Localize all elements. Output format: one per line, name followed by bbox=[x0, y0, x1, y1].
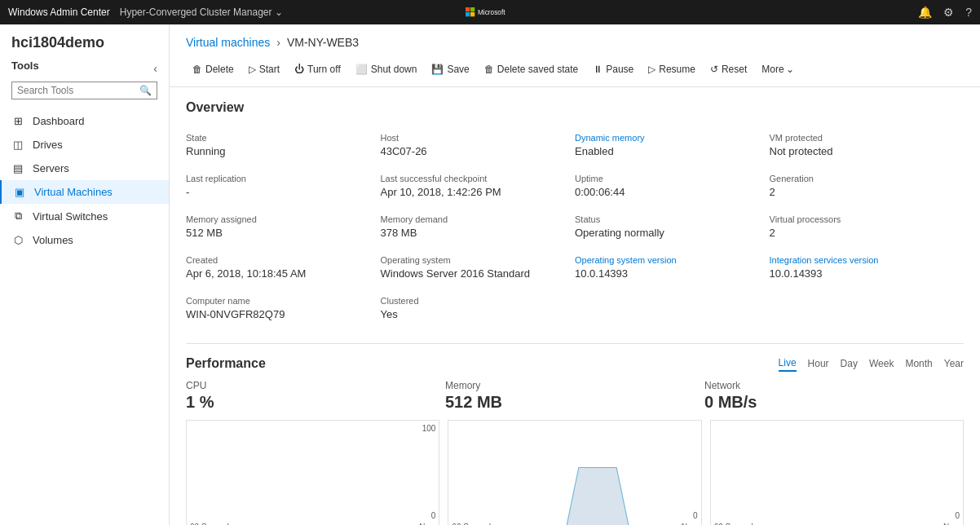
tab-hour[interactable]: Hour bbox=[808, 356, 829, 371]
field-label: VM protected bbox=[770, 133, 965, 143]
field-vm-protected: VM protected Not protected bbox=[770, 126, 965, 167]
field-label: Status bbox=[575, 214, 770, 224]
field-value: Windows Server 2016 Standard bbox=[381, 267, 576, 280]
sidebar-item-servers[interactable]: ▤ Servers bbox=[0, 157, 169, 180]
topbar-left: Windows Admin Center Hyper-Converged Clu… bbox=[8, 7, 283, 18]
field-dynamic-memory: Dynamic memory Enabled bbox=[575, 126, 770, 167]
field-value: 43C07-26 bbox=[381, 145, 576, 157]
delete-saved-state-button[interactable]: 🗑 Delete saved state bbox=[478, 60, 585, 78]
field-state: State Running bbox=[186, 126, 381, 167]
reset-button[interactable]: ↺ Reset bbox=[704, 60, 753, 78]
network-chart: 0 60 Seconds ago Now bbox=[710, 420, 964, 525]
delete-button[interactable]: 🗑 Delete bbox=[186, 60, 241, 78]
field-label: Created bbox=[186, 255, 381, 265]
tab-year[interactable]: Year bbox=[944, 356, 964, 371]
cpu-y-max: 100 bbox=[422, 424, 436, 433]
charts-row: 100 0 60 Seconds ago Now 0 bbox=[186, 420, 964, 525]
sidebar-item-drives[interactable]: ◫ Drives bbox=[0, 133, 169, 157]
field-value: Enabled bbox=[575, 145, 770, 157]
sidebar-item-virtual-switches[interactable]: ⧉ Virtual Switches bbox=[0, 204, 169, 228]
settings-icon[interactable]: ⚙ bbox=[943, 6, 954, 19]
breadcrumb-parent[interactable]: Virtual machines bbox=[186, 36, 270, 49]
sidebar-collapse-icon[interactable]: ‹ bbox=[153, 62, 157, 75]
perf-title: Performance bbox=[186, 356, 266, 371]
field-memory-assigned: Memory assigned 512 MB bbox=[186, 208, 381, 249]
svg-rect-1 bbox=[470, 7, 475, 11]
field-label: Integration services version bbox=[770, 255, 965, 265]
app-title: Windows Admin Center bbox=[8, 7, 110, 18]
notifications-icon[interactable]: 🔔 bbox=[918, 6, 932, 19]
field-value: 10.0.14393 bbox=[770, 267, 965, 280]
tab-week[interactable]: Week bbox=[869, 356, 894, 371]
field-label: Dynamic memory bbox=[575, 133, 770, 143]
turn-off-button[interactable]: ⏻ Turn off bbox=[288, 60, 347, 78]
delete-saved-label: Delete saved state bbox=[497, 64, 578, 75]
more-label: More bbox=[761, 64, 784, 75]
sidebar-item-dashboard[interactable]: ⊞ Dashboard bbox=[0, 109, 169, 133]
start-icon: ▷ bbox=[249, 64, 256, 75]
memory-chart-area: 0 60 Seconds ago Now bbox=[448, 421, 700, 525]
breadcrumb: Virtual machines › VM-NY-WEB3 bbox=[186, 36, 964, 49]
breadcrumb-current: VM-NY-WEB3 bbox=[287, 36, 359, 49]
resume-label: Resume bbox=[659, 64, 695, 75]
field-value: Apr 6, 2018, 10:18:45 AM bbox=[186, 267, 381, 280]
field-label: Memory demand bbox=[381, 214, 576, 224]
field-value: 378 MB bbox=[381, 227, 576, 239]
field-virtual-processors: Virtual processors 2 bbox=[770, 208, 965, 249]
field-clustered: Clustered Yes bbox=[381, 289, 576, 330]
sidebar-item-label: Virtual Switches bbox=[33, 210, 108, 223]
delete-icon: 🗑 bbox=[192, 64, 202, 75]
sidebar-item-virtual-machines[interactable]: ▣ Virtual Machines bbox=[0, 180, 169, 204]
sidebar-item-label: Servers bbox=[33, 162, 69, 174]
sidebar-item-label: Drives bbox=[33, 139, 63, 151]
svg-marker-7 bbox=[448, 468, 700, 526]
turn-off-icon: ⏻ bbox=[294, 64, 304, 75]
cluster-name: hci1804demo bbox=[11, 34, 157, 51]
nav-label: Hyper-Converged Cluster Manager bbox=[120, 7, 272, 18]
content-area: Virtual machines › VM-NY-WEB3 🗑 Delete ▷… bbox=[170, 24, 980, 525]
cpu-chart-area: 100 0 60 Seconds ago Now bbox=[187, 421, 439, 525]
microsoft-logo: Microsoft bbox=[466, 7, 514, 18]
cpu-y-min: 0 bbox=[431, 511, 436, 520]
volumes-icon: ⬡ bbox=[11, 234, 24, 246]
servers-icon: ▤ bbox=[11, 162, 24, 174]
tab-day[interactable]: Day bbox=[841, 356, 858, 371]
pause-button[interactable]: ⏸ Pause bbox=[586, 60, 640, 78]
field-label: Memory assigned bbox=[186, 214, 381, 224]
save-label: Save bbox=[447, 64, 469, 75]
memory-metric: Memory 512 MB bbox=[445, 380, 704, 412]
memory-label: Memory bbox=[445, 380, 704, 391]
save-button[interactable]: 💾 Save bbox=[425, 60, 475, 78]
help-icon[interactable]: ? bbox=[965, 6, 972, 19]
resume-button[interactable]: ▷ Resume bbox=[642, 60, 702, 78]
virtual-machines-icon: ▣ bbox=[13, 186, 26, 198]
cpu-chart: 100 0 60 Seconds ago Now bbox=[186, 420, 439, 525]
shut-down-button[interactable]: ⬜ Shut down bbox=[349, 60, 424, 78]
field-value: - bbox=[186, 186, 381, 198]
search-input[interactable] bbox=[17, 85, 139, 96]
memory-chart-svg bbox=[448, 421, 700, 525]
field-value: Apr 10, 2018, 1:42:26 PM bbox=[381, 186, 576, 198]
field-empty-2 bbox=[770, 289, 965, 330]
chevron-down-icon: ⌄ bbox=[275, 7, 283, 18]
reset-icon: ↺ bbox=[710, 64, 718, 75]
drives-icon: ◫ bbox=[11, 139, 24, 151]
save-icon: 💾 bbox=[431, 64, 444, 75]
cpu-value: 1 % bbox=[186, 393, 445, 412]
start-button[interactable]: ▷ Start bbox=[242, 60, 286, 78]
breadcrumb-separator: › bbox=[276, 36, 280, 49]
cpu-chart-svg bbox=[187, 421, 439, 525]
field-value: Running bbox=[186, 145, 381, 157]
tab-month[interactable]: Month bbox=[905, 356, 932, 371]
field-os: Operating system Windows Server 2016 Sta… bbox=[381, 249, 576, 289]
sidebar-item-volumes[interactable]: ⬡ Volumes bbox=[0, 228, 169, 252]
perf-header: Performance Live Hour Day Week Month Yea… bbox=[186, 355, 964, 372]
more-button[interactable]: More ⌄ bbox=[755, 60, 800, 78]
tab-live[interactable]: Live bbox=[779, 355, 797, 372]
svg-rect-2 bbox=[466, 12, 470, 16]
network-y-min: 0 bbox=[955, 511, 960, 520]
page-header: Virtual machines › VM-NY-WEB3 bbox=[170, 24, 980, 49]
field-memory-demand: Memory demand 378 MB bbox=[381, 208, 576, 249]
field-value: 512 MB bbox=[186, 227, 381, 239]
topbar-nav[interactable]: Hyper-Converged Cluster Manager ⌄ bbox=[120, 7, 284, 18]
